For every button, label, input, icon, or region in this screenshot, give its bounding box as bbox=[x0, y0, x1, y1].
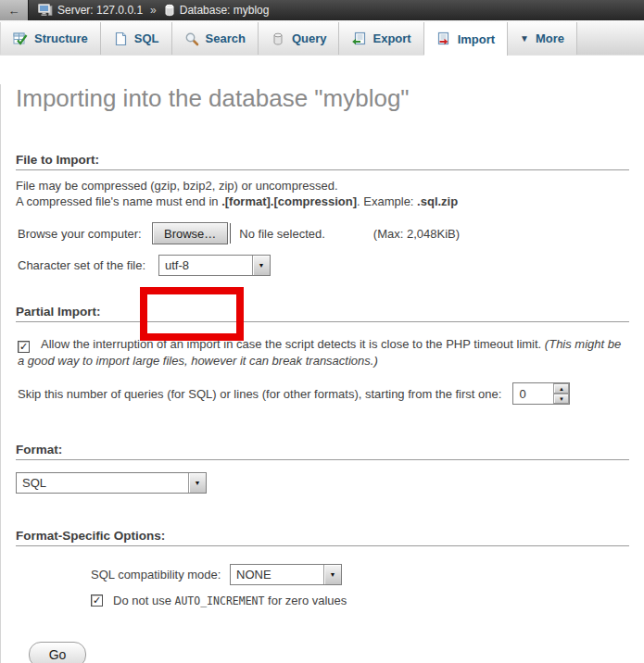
sql-icon bbox=[113, 31, 128, 46]
tab-label: More bbox=[536, 31, 564, 45]
go-button[interactable]: Go bbox=[29, 642, 86, 663]
tab-query[interactable]: Query bbox=[259, 22, 340, 55]
dropdown-arrow-icon[interactable]: ▼ bbox=[188, 473, 206, 493]
skip-queries-label: Skip this number of queries (for SQL) or… bbox=[18, 387, 501, 401]
section-heading-format: Format: bbox=[16, 443, 629, 460]
compression-line2-prefix: A compressed file's name must end in bbox=[16, 194, 221, 208]
compression-format-pattern: .[format].[compression] bbox=[221, 194, 357, 208]
structure-icon bbox=[13, 31, 28, 46]
tab-label: Structure bbox=[34, 31, 88, 45]
tab-label: SQL bbox=[134, 31, 159, 45]
query-icon bbox=[271, 31, 285, 46]
charset-row: Character set of the file: utf-8 ▼ bbox=[18, 254, 644, 276]
charset-select[interactable]: utf-8 ▼ bbox=[158, 255, 271, 276]
browse-button[interactable]: Browse… bbox=[152, 222, 228, 244]
tab-structure[interactable]: Structure bbox=[0, 22, 101, 55]
breadcrumb: Server: 127.0.0.1 » Database: myblog bbox=[38, 4, 269, 17]
breadcrumb-database[interactable]: Database: myblog bbox=[180, 4, 270, 17]
compression-example: .sql.zip bbox=[417, 194, 458, 208]
export-icon bbox=[351, 31, 366, 46]
tab-bar: Structure SQL Search Query bbox=[0, 20, 644, 56]
section-heading-file-to-import: File to Import: bbox=[16, 153, 629, 170]
compression-line2-mid: . Example: bbox=[357, 194, 417, 208]
auto-increment-label: Do not use AUTO_INCREMENT for zero value… bbox=[113, 594, 347, 607]
spinner-down-icon[interactable]: ▼ bbox=[553, 394, 569, 404]
back-button[interactable]: ← bbox=[0, 0, 29, 20]
section-heading-partial-import: Partial Import: bbox=[16, 305, 629, 322]
sql-compatibility-row: SQL compatibility mode: NONE ▼ bbox=[91, 563, 644, 585]
tab-search[interactable]: Search bbox=[172, 22, 259, 55]
sql-compatibility-select[interactable]: NONE ▼ bbox=[230, 564, 342, 585]
main-content: Importing into the database "myblog" Fil… bbox=[0, 84, 644, 663]
browse-row: Browse your computer: Browse… No file se… bbox=[18, 221, 644, 245]
dropdown-arrow-icon[interactable]: ▼ bbox=[252, 256, 270, 275]
skip-queries-row: Skip this number of queries (for SQL) or… bbox=[18, 382, 644, 405]
file-input-divider bbox=[230, 223, 231, 244]
tab-label: Export bbox=[373, 31, 410, 45]
tab-export[interactable]: Export bbox=[339, 22, 423, 55]
page-title: Importing into the database "myblog" bbox=[1, 84, 644, 113]
skip-queries-spinner: ▲ ▼ bbox=[512, 382, 570, 405]
auto-increment-row: ✓ Do not use AUTO_INCREMENT for zero val… bbox=[91, 592, 644, 608]
auto-increment-suffix: for zero values bbox=[264, 594, 347, 607]
browse-label: Browse your computer: bbox=[18, 227, 152, 241]
breadcrumb-bar: ← Server: 127.0.0.1 » Database: myblog bbox=[0, 0, 644, 20]
allow-interruption-text: Allow the interruption of an import in c… bbox=[41, 337, 541, 351]
auto-increment-checkbox[interactable]: ✓ bbox=[91, 594, 103, 607]
skip-queries-input[interactable] bbox=[513, 383, 553, 404]
breadcrumb-server[interactable]: Server: 127.0.0.1 bbox=[57, 4, 143, 17]
charset-selected-value: utf-8 bbox=[159, 256, 252, 275]
auto-increment-prefix: Do not use bbox=[113, 594, 175, 607]
chevron-down-icon: ▼ bbox=[520, 34, 529, 44]
max-upload-size: (Max: 2,048KiB) bbox=[373, 227, 460, 241]
tab-sql[interactable]: SQL bbox=[101, 22, 172, 55]
no-file-selected-text: No file selected. bbox=[239, 227, 325, 241]
tab-label: Import bbox=[458, 32, 495, 46]
auto-increment-code: AUTO_INCREMENT bbox=[175, 594, 265, 607]
tab-label: Query bbox=[292, 31, 327, 45]
compression-help-text: File may be compressed (gzip, bzip2, zip… bbox=[16, 179, 629, 209]
database-icon bbox=[164, 4, 175, 17]
sql-compatibility-selected-value: NONE bbox=[231, 565, 323, 584]
allow-interruption-checkbox[interactable]: ✓ bbox=[18, 341, 30, 353]
search-icon bbox=[184, 31, 199, 46]
compression-line1: File may be compressed (gzip, bzip2, zip… bbox=[16, 179, 338, 193]
format-selected-value: SQL bbox=[17, 473, 188, 493]
allow-interruption-row: ✓Allow the interruption of an import in … bbox=[18, 336, 629, 369]
tab-label: Search bbox=[206, 31, 246, 45]
dropdown-arrow-icon[interactable]: ▼ bbox=[323, 565, 341, 584]
tab-more[interactable]: ▼ More bbox=[508, 22, 577, 55]
breadcrumb-separator: » bbox=[150, 4, 157, 17]
spinner-up-icon[interactable]: ▲ bbox=[553, 383, 569, 394]
import-icon bbox=[436, 31, 451, 46]
sql-compatibility-label: SQL compatibility mode: bbox=[91, 568, 230, 582]
format-select[interactable]: SQL ▼ bbox=[16, 472, 207, 494]
charset-label: Character set of the file: bbox=[18, 258, 158, 272]
section-heading-format-specific: Format-Specific Options: bbox=[16, 529, 629, 546]
tab-import[interactable]: Import bbox=[424, 22, 508, 56]
server-icon bbox=[38, 4, 53, 17]
